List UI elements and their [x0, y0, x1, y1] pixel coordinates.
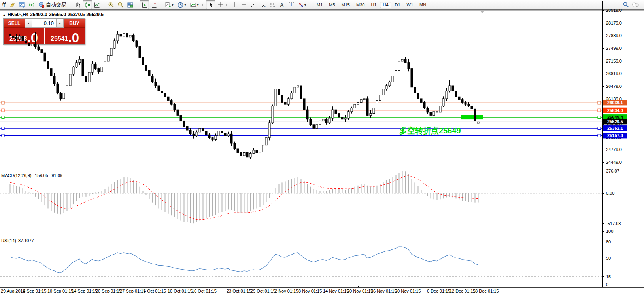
rsi-axis[interactable]: 1008050150: [602, 229, 613, 287]
bull-candle: [72, 67, 74, 74]
rsi-tick-label: 0: [606, 282, 608, 287]
bull-candle: [123, 33, 125, 36]
time-tick-label: 10 Oct 01:15: [168, 289, 193, 293]
time-tick-label: 30 Nov 01:15: [395, 289, 421, 293]
bear-candle: [310, 119, 312, 125]
line-handle[interactable]: [2, 127, 4, 130]
bear-candle: [47, 61, 49, 69]
mt4-window: 单 自动交易: [0, 0, 644, 304]
bear-candle: [212, 138, 213, 140]
rsi-value: 37.1077: [18, 238, 34, 243]
bear-candle: [57, 84, 59, 93]
line-handle[interactable]: [2, 116, 4, 119]
bear-candle: [474, 109, 476, 120]
time-tick-label: 20 Sep 01:15: [96, 289, 121, 293]
time-tick-label: 29 Oct 01:15: [251, 289, 276, 293]
bear-candle: [341, 117, 343, 119]
bull-candle: [363, 99, 365, 100]
bull-candle: [19, 36, 21, 39]
line-handle[interactable]: [2, 134, 4, 137]
bull-candle: [376, 101, 378, 108]
time-tick-label: 20 Nov 01:15: [347, 289, 373, 293]
bull-candle: [253, 150, 255, 154]
bear-candle: [126, 33, 128, 37]
turning-point-annotation[interactable]: 多空转折点25649: [399, 125, 461, 136]
line-handle[interactable]: [598, 134, 601, 137]
highlight-zone-rect[interactable]: [461, 115, 483, 119]
price-tick-label: 27499.0: [606, 46, 622, 51]
price-lines[interactable]: [0, 101, 602, 137]
line-handle[interactable]: [598, 109, 601, 112]
bear-candle: [60, 93, 62, 99]
bear-candle: [208, 135, 210, 138]
bull-candle: [227, 134, 229, 136]
bear-candle: [452, 86, 454, 91]
price-line-labels: 26039.125834.025649.425529.525352.125157…: [603, 100, 627, 138]
bear-candle: [94, 64, 96, 68]
line-handle[interactable]: [598, 116, 601, 119]
bear-candle: [234, 143, 236, 149]
bear-candle: [325, 119, 327, 123]
bear-candle: [256, 150, 258, 153]
bull-candle: [347, 112, 349, 118]
price-line-label: 25834.0: [607, 108, 623, 113]
bear-candle: [28, 43, 30, 46]
bull-candle: [316, 125, 318, 128]
bull-candle: [259, 152, 261, 153]
bear-candle: [98, 69, 100, 72]
rsi-tick-label: 50: [606, 256, 611, 260]
bull-candle: [449, 86, 451, 91]
bear-candle: [183, 121, 185, 126]
price-tick-label: 26479.0: [606, 84, 622, 89]
bear-candle: [22, 36, 24, 41]
chart-canvas[interactable]: 28519.028179.027839.027499.027159.026819…: [0, 0, 644, 294]
time-tick-label: 6 Dec 01:15: [427, 289, 450, 293]
bear-candle: [158, 86, 160, 91]
bull-candle: [199, 128, 201, 132]
bull-candle: [69, 74, 71, 86]
time-axis[interactable]: 29 Aug 20184 Sep 01:1510 Sep 01:1514 Sep…: [1, 286, 499, 293]
bear-candle: [240, 152, 242, 156]
panel-separators[interactable]: [0, 162, 644, 288]
chart-shift-marker-icon[interactable]: [480, 11, 485, 13]
line-handle[interactable]: [598, 127, 601, 130]
bear-candle: [427, 108, 429, 112]
bear-candle: [167, 97, 169, 100]
bull-candle: [104, 61, 106, 67]
bull-candle: [385, 86, 387, 89]
bull-candle: [332, 110, 334, 118]
bull-candle: [196, 132, 198, 136]
bull-candle: [79, 59, 81, 63]
rsi-tick-label: 100: [606, 229, 613, 234]
bull-candle: [272, 106, 274, 123]
bear-candle: [300, 86, 302, 99]
bull-candle: [262, 145, 264, 152]
time-tick-label: 8 Nov 01:15: [298, 289, 322, 293]
bull-candle: [129, 35, 131, 37]
bear-candle: [455, 91, 457, 97]
bull-candle: [294, 87, 296, 93]
bear-candle: [15, 38, 17, 39]
bear-candle: [161, 91, 163, 93]
bull-candle: [442, 99, 444, 106]
time-tick-label: 26 Nov 01:15: [371, 289, 397, 293]
bull-candle: [389, 82, 391, 86]
price-axis[interactable]: 28519.028179.027839.027499.027159.026819…: [602, 8, 622, 165]
bear-candle: [246, 152, 248, 157]
line-handle[interactable]: [598, 101, 601, 104]
bear-candle: [170, 101, 172, 104]
bear-candle: [25, 41, 27, 43]
bull-candle: [319, 121, 321, 124]
time-tick-label: 29 Aug 2018: [1, 289, 25, 293]
bear-candle: [50, 69, 52, 76]
bear-candle: [417, 93, 419, 99]
bull-candle: [249, 153, 251, 157]
bear-candle: [9, 34, 11, 36]
bear-candle: [193, 134, 195, 136]
bull-candle: [297, 86, 299, 87]
macd-axis[interactable]: 376.070.00-517.93: [602, 169, 621, 226]
bull-candle: [101, 67, 103, 72]
line-handle[interactable]: [2, 109, 4, 112]
time-tick-label: 23 Oct 01:15: [227, 289, 251, 293]
line-handle[interactable]: [2, 101, 4, 104]
